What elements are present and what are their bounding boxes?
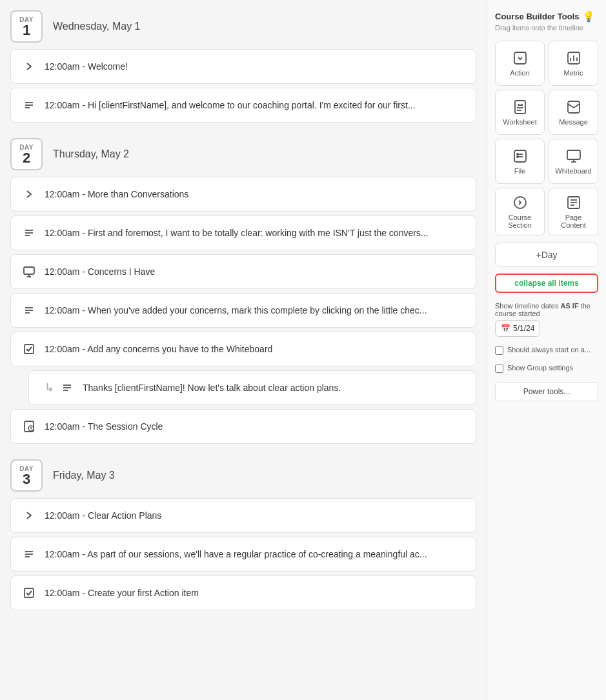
course-section-icon (512, 195, 528, 210)
timeline-item[interactable]: 12:00am - The Session Cycle (10, 409, 476, 444)
always-start-checkbox[interactable] (495, 346, 503, 355)
lines-icon (21, 303, 37, 318)
svg-point-34 (517, 154, 518, 155)
page-content-icon (566, 195, 581, 210)
checkbox-icon (21, 341, 37, 357)
lines-icon (21, 546, 37, 562)
add-day-button[interactable]: +Day (495, 243, 598, 267)
tool-page-content[interactable]: Page Content (549, 188, 598, 236)
monitor-icon (21, 264, 37, 279)
timeline-item[interactable]: 12:00am - Concerns I Have (10, 254, 476, 289)
item-text: Thanks [clientFirstName]! Now let's talk… (83, 383, 341, 393)
message-icon (566, 99, 581, 115)
day-header-3: DAY3Friday, May 3 (10, 459, 476, 492)
svg-rect-36 (567, 150, 580, 159)
item-text: 12:00am - Create your first Action item (45, 588, 199, 598)
day-date-3: Friday, May 3 (53, 470, 115, 481)
lines-icon (59, 380, 75, 395)
day-header-1: DAY1Wednesday, May 1 (10, 10, 476, 43)
day-number: 3 (23, 472, 30, 486)
item-text: 12:00am - Welcome! (45, 61, 128, 72)
tool-grid: Action Metric (495, 41, 598, 236)
tool-worksheet-label: Worksheet (503, 118, 536, 126)
timeline-item[interactable]: 12:00am - First and foremost, I want to … (10, 215, 476, 250)
timeline-dates-label: Show timeline dates AS IF the course sta… (495, 302, 591, 317)
tool-message-label: Message (559, 118, 588, 126)
lines-icon (21, 225, 37, 241)
svg-rect-31 (514, 150, 526, 162)
timeline-item[interactable]: 12:00am - When you've added your concern… (10, 293, 476, 328)
tool-page-content-label: Page Content (553, 214, 594, 229)
worksheet-icon (512, 99, 528, 115)
svg-rect-12 (25, 345, 34, 354)
tool-file[interactable]: File (495, 139, 545, 184)
item-text: 12:00am - Hi [clientFirstName], and welc… (45, 100, 416, 110)
timeline-item[interactable]: 12:00am - Create your first Action item (10, 575, 476, 610)
power-tools-button[interactable]: Power tools... (495, 382, 598, 401)
item-text: 12:00am - Concerns I Have (45, 266, 155, 277)
item-text: 12:00am - Add any concerns you have to t… (45, 344, 272, 354)
item-text: 12:00am - More than Conversations (45, 189, 188, 199)
timeline-item[interactable]: 12:00am - As part of our sessions, we'll… (10, 537, 476, 572)
timeline-date-section: Show timeline dates AS IF the course sta… (495, 302, 598, 337)
timeline-item[interactable]: 12:00am - Welcome! (10, 49, 476, 84)
tool-message[interactable]: Message (549, 90, 598, 135)
lightbulb-icon: 💡 (582, 10, 595, 23)
timeline-item[interactable]: 12:00am - Clear Action Plans (10, 498, 476, 533)
collapse-all-button[interactable]: collapse all items (495, 274, 598, 293)
svg-point-35 (517, 156, 518, 157)
group-settings-checkbox-row[interactable]: Show Group settings (495, 364, 598, 373)
timeline-item[interactable]: 12:00am - Add any concerns you have to t… (10, 332, 476, 366)
tool-metric-label: Metric (564, 69, 583, 77)
date-input[interactable]: 📅 5/1/24 (495, 320, 540, 337)
svg-rect-27 (515, 101, 525, 114)
tool-metric[interactable]: Metric (549, 41, 598, 86)
timeline-item[interactable]: 12:00am - Hi [clientFirstName], and welc… (10, 88, 476, 123)
tool-action[interactable]: Action (495, 41, 545, 86)
svg-rect-21 (25, 588, 34, 597)
group-settings-label: Show Group settings (507, 364, 573, 372)
item-text: 12:00am - The Session Cycle (45, 421, 163, 432)
day-date-2: Thursday, May 2 (53, 148, 129, 160)
svg-rect-22 (514, 52, 526, 64)
day-badge-3: DAY3 (10, 459, 43, 492)
tool-whiteboard[interactable]: Whiteboard (549, 139, 598, 184)
timeline-item[interactable]: ↳Thanks [clientFirstName]! Now let's tal… (28, 370, 476, 405)
svg-rect-6 (24, 267, 34, 274)
calendar-icon: 📅 (501, 324, 510, 333)
date-value: 5/1/24 (513, 324, 534, 333)
item-text: 12:00am - First and foremost, I want to … (45, 228, 429, 238)
sub-arrow-icon: ↳ (45, 381, 54, 395)
sidebar-title: Course Builder Tools 💡 (495, 10, 598, 23)
lines-icon (21, 97, 37, 113)
item-text: 12:00am - When you've added your concern… (45, 305, 427, 315)
day-section-2: DAY2Thursday, May 212:00am - More than C… (10, 138, 476, 444)
day-date-1: Wednesday, May 1 (53, 21, 140, 32)
day-section-1: DAY1Wednesday, May 112:00am - Welcome!12… (10, 10, 476, 123)
timeline-item[interactable]: 12:00am - More than Conversations (10, 177, 476, 212)
always-start-checkbox-row[interactable]: Should always start on a... (495, 346, 598, 355)
timeline-area: DAY1Wednesday, May 112:00am - Welcome!12… (0, 0, 487, 700)
sidebar-title-text: Course Builder Tools (495, 12, 580, 21)
day-number: 1 (23, 23, 30, 37)
tool-whiteboard-label: Whiteboard (555, 167, 591, 175)
chevron-icon (21, 186, 37, 202)
date-input-row: 📅 5/1/24 (495, 320, 598, 337)
sidebar-subtitle: Drag items onto the timeline (495, 24, 598, 32)
tool-course-section-label: Course Section (500, 214, 540, 229)
day-number: 2 (23, 151, 30, 165)
tool-file-label: File (514, 167, 526, 175)
day-badge-2: DAY2 (10, 138, 43, 170)
file-clock-icon (21, 419, 37, 434)
checkbox-icon (21, 585, 37, 601)
item-text: 12:00am - Clear Action Plans (45, 510, 161, 521)
tool-action-label: Action (510, 69, 530, 77)
group-settings-checkbox[interactable] (495, 365, 503, 373)
course-builder-sidebar: Course Builder Tools 💡 Drag items onto t… (487, 0, 606, 700)
tool-course-section[interactable]: Course Section (495, 188, 545, 236)
day-badge-1: DAY1 (10, 10, 43, 43)
action-icon (512, 50, 528, 66)
chevron-icon (21, 59, 37, 74)
tool-worksheet[interactable]: Worksheet (495, 90, 545, 135)
day-section-3: DAY3Friday, May 312:00am - Clear Action … (10, 459, 476, 610)
